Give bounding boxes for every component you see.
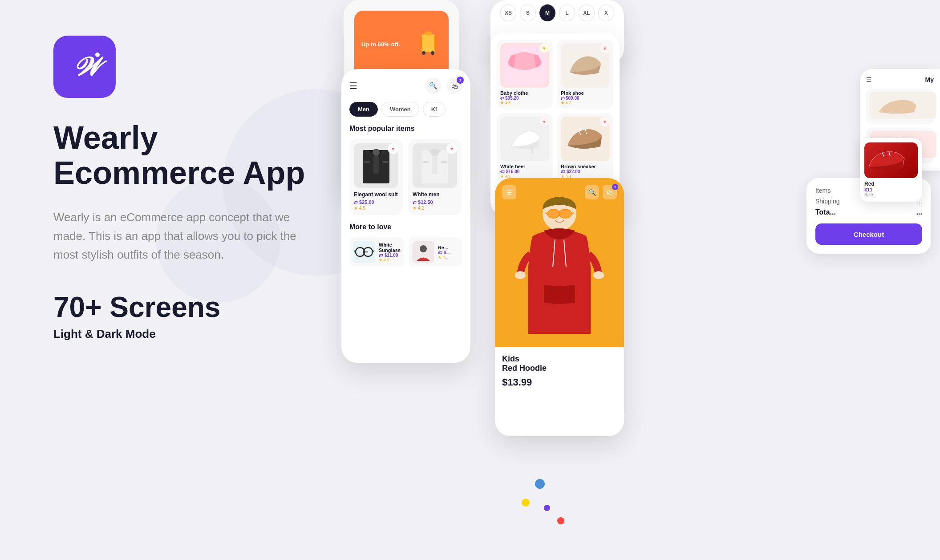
red-product-card[interactable]: Red $11 Size : (860, 138, 922, 202)
fav-white-heel[interactable]: ♥ (539, 117, 549, 126)
category-tabs: Men Women Ki (349, 102, 462, 117)
phone2-header: ☰ 🔍 🛍 2 (349, 78, 462, 94)
checkout-total-row: Tota... ... (815, 208, 922, 216)
svg-point-14 (431, 149, 438, 156)
hero-banner: Up to 60% off. (354, 11, 449, 77)
phone-home-screen: ☰ 🔍 🛍 2 Men Women Ki Most popular items (341, 69, 470, 363)
size-xl[interactable]: XL (579, 4, 595, 21)
svg-point-4 (422, 51, 425, 55)
red-product-name: Red (864, 181, 918, 187)
product-elegant-suit[interactable]: ♥ Elegant wool suit 🏷 $25.00 ★ 4.5 (349, 139, 403, 215)
size-row: XS S M L XL X (500, 4, 614, 21)
size-l[interactable]: L (559, 4, 575, 21)
size-xs[interactable]: XS (500, 4, 516, 21)
svg-rect-2 (420, 36, 422, 49)
love-item-sunglass[interactable]: White Sunglass 🏷 $11.00 ★ 4.5 (349, 237, 404, 267)
tab-kids[interactable]: Ki (423, 102, 446, 117)
menu-icon[interactable]: ☰ (349, 81, 357, 91)
more-love-row: White Sunglass 🏷 $11.00 ★ 4.5 (349, 237, 462, 267)
svg-rect-10 (373, 156, 379, 174)
svg-rect-1 (425, 32, 432, 35)
hero-image (495, 178, 624, 347)
decor-dot-blue (535, 479, 545, 489)
size-xxl[interactable]: X (598, 4, 614, 21)
screens-subtitle: Light & Dark Mode (53, 327, 329, 341)
my-menu[interactable]: ☰ (866, 76, 872, 83)
love-item-red-info: Re... 🏷 $... ★ 4... (438, 245, 459, 260)
product-pink-shoe[interactable]: ♥ Pink shoe 🏷 $09.00 ★ 4.7 (557, 40, 613, 109)
fav-white[interactable]: ♥ (446, 143, 457, 154)
app-description: Wearly is an eCommerce app concept that … (53, 208, 303, 264)
app-title: Wearly Ecommerce App (53, 120, 329, 191)
svg-rect-0 (421, 34, 435, 52)
svg-rect-15 (432, 156, 438, 174)
decor-dot-purple (544, 505, 550, 511)
app-logo: 𝒲 (53, 36, 116, 98)
teaser-shoe[interactable] (866, 89, 934, 124)
fav-baby[interactable]: ♥ (539, 43, 549, 53)
svg-point-32 (547, 209, 560, 218)
phone5-cart[interactable]: 🛍 3 (603, 185, 617, 199)
svg-point-9 (373, 149, 380, 156)
size-s[interactable]: S (520, 4, 536, 21)
fav-brown-sneaker[interactable]: ♥ (600, 117, 610, 126)
svg-rect-3 (434, 36, 436, 49)
svg-rect-16 (422, 161, 429, 163)
phone5-menu[interactable]: ☰ (502, 185, 516, 199)
decor-dot-red (557, 517, 564, 524)
tab-men[interactable]: Men (349, 102, 378, 117)
checkout-button[interactable]: Checkout (815, 223, 922, 245)
product-white-garment[interactable]: ♥ White men 🏷 $12.50 ★ 4.2 (408, 139, 462, 215)
love-item-red[interactable]: Re... 🏷 $... ★ 4... (409, 237, 462, 267)
section-love-title: More to love (349, 223, 462, 231)
cart-badge: 2 (457, 77, 464, 84)
tab-women[interactable]: Women (381, 102, 419, 117)
right-section: Up to 60% off. (317, 0, 940, 560)
header-icons: 🔍 🛍 2 (425, 78, 462, 94)
product-price: $13.99 (502, 377, 617, 388)
decor-dot-yellow-1 (522, 499, 530, 507)
search-button[interactable]: 🔍 (425, 78, 441, 94)
popular-products-row: ♥ Elegant wool suit 🏷 $25.00 ★ 4.5 (349, 139, 462, 215)
fav-pink-shoe[interactable]: ♥ (600, 43, 610, 53)
red-product-price: $11 (864, 187, 918, 192)
svg-point-39 (515, 271, 526, 279)
svg-rect-12 (382, 161, 389, 163)
svg-point-40 (593, 271, 604, 279)
phone5-search[interactable]: 🔍 (585, 185, 599, 199)
left-section: 𝒲 Wearly Ecommerce App Wearly is an eCom… (53, 36, 329, 341)
product-baby-clothe[interactable]: ♥ Baby clothe 🏷 $05.20 ★ 4.8 (497, 40, 553, 109)
fav-suit[interactable]: ♥ (388, 143, 398, 154)
svg-point-5 (431, 51, 434, 55)
section-popular-title: Most popular items (349, 125, 462, 133)
svg-point-33 (559, 209, 571, 218)
cart-button[interactable]: 🛍 2 (446, 78, 462, 94)
love-item-sunglass-info: White Sunglass 🏷 $11.00 ★ 4.5 (379, 242, 401, 262)
red-product-size: Size : (864, 192, 918, 197)
product-info-bottom: Kids Red Hoodie $13.99 (495, 347, 624, 436)
svg-rect-17 (441, 161, 447, 163)
svg-rect-11 (364, 161, 370, 163)
phone-hoodie-detail: ☰ 🔍 🛍 3 (495, 178, 624, 436)
size-m[interactable]: M (539, 4, 555, 21)
phone5-header: ☰ 🔍 🛍 3 (502, 185, 617, 199)
product-white-heel[interactable]: ♥ White heel 🏷 $16.00 ★ 4.5 (497, 113, 553, 182)
my-title: My (925, 76, 934, 83)
product-brown-sneaker[interactable]: ♥ Brown sneaker 🏷 $22.00 ★ 4.4 (557, 113, 613, 182)
svg-point-25 (420, 245, 427, 252)
screens-count: 70+ Screens (53, 291, 329, 324)
